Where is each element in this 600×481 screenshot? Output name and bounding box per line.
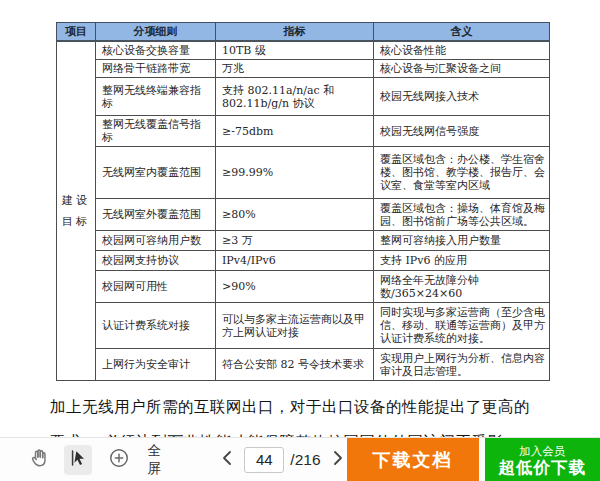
document-page: 项目 分项细则 指标 含义 建设目标 核心设备交换容量 10TB 级 核心设备性…: [0, 0, 600, 437]
body-paragraph: 加上无线用户所需的互联网出口，对于出口设备的性能提出了更高的 要求， 必须达到万…: [50, 397, 532, 437]
zoom-in-icon: [108, 447, 130, 472]
table-cell: 核心设备性能: [374, 41, 550, 60]
table-cell: 10TB 级: [216, 41, 374, 60]
table-cell: 支持 IPv6 的应用: [374, 251, 550, 271]
table-row: 整网无线覆盖信号指标 ≥-75dbm 校园无线网信号强度: [57, 116, 550, 147]
table-cell: 可以与多家主流运营商以及甲方上网认证对接: [216, 303, 374, 349]
select-cursor-icon: [68, 447, 88, 472]
table-cell: 覆盖区域包含：办公楼、学生宿舍楼、图书馆、教学楼、报告厅、会议室、食堂等室内区域: [374, 147, 550, 199]
table-cell: 无线网室外覆盖范围: [96, 199, 216, 231]
table-cell: 核心设备与汇聚设备之间: [374, 60, 550, 78]
table-cell: 整网无线终端兼容指标: [96, 78, 216, 116]
table-cell: ≥99.99%: [216, 147, 374, 199]
table-row: 建设目标 核心设备交换容量 10TB 级 核心设备性能: [57, 41, 550, 60]
document-viewer: 项目 分项细则 指标 含义 建设目标 核心设备交换容量 10TB 级 核心设备性…: [0, 0, 600, 481]
table-cell: 实现用户上网行为分析、信息内容审计及日志管理。: [374, 349, 550, 381]
table-row: 校园网可用性 >90% 网络全年无故障分钟数/365×24×60: [57, 271, 550, 303]
table-row: 上网行为安全审计 符合公安部 82 号令技术要求 实现用户上网行为分析、信息内容…: [57, 349, 550, 381]
table-cell: ≥3 万: [216, 231, 374, 251]
table-cell: 校园无线网信号强度: [374, 116, 550, 147]
table-header-row: 项目 分项细则 指标 含义: [57, 23, 550, 42]
table-cell: 校园网支持协议: [96, 251, 216, 271]
table-cell: 符合公安部 82 号令技术要求: [216, 349, 374, 381]
table-cell: 整网无线覆盖信号指标: [96, 116, 216, 147]
viewer-toolbar: 全屏 /216 下载文档 加入会员 超低价下载: [0, 437, 600, 481]
table-cell: 网络全年无故障分钟数/365×24×60: [374, 271, 550, 303]
table-cell: 覆盖区域包含：操场、体育馆及梅园、图书馆前广场等公共区域。: [374, 199, 550, 231]
select-tool-button[interactable]: [64, 445, 92, 475]
spec-table: 项目 分项细则 指标 含义 建设目标 核心设备交换容量 10TB 级 核心设备性…: [56, 22, 550, 381]
hand-icon: [28, 446, 50, 473]
page-navigation: /216: [218, 447, 346, 473]
table-row: 无线网室外覆盖范围 ≥80% 覆盖区域包含：操场、体育馆及梅园、图书馆前广场等公…: [57, 199, 550, 231]
header-meaning: 含义: [374, 23, 550, 42]
table-cell: 校园无线网接入技术: [374, 78, 550, 116]
hand-tool-button[interactable]: [26, 445, 52, 475]
chevron-right-icon: [332, 450, 344, 470]
table-cell: 支持 802.11a/n/ac 和 802.11b/g/n 协议: [216, 78, 374, 116]
prev-page-button[interactable]: [218, 448, 236, 472]
table-row: 整网无线终端兼容指标 支持 802.11a/n/ac 和 802.11b/g/n…: [57, 78, 550, 116]
table-cell: 核心设备交换容量: [96, 41, 216, 60]
table-group-cell: 建设目标: [57, 41, 96, 381]
table-cell: 上网行为安全审计: [96, 349, 216, 381]
header-subitem: 分项细则: [96, 23, 216, 42]
table-row: 无线网室内覆盖范围 ≥99.99% 覆盖区域包含：办公楼、学生宿舍楼、图书馆、教…: [57, 147, 550, 199]
table-group-label: 建设目标: [61, 190, 91, 232]
table-cell: 同时实现与多家运营商（至少含电信、移动、联通等运营商）及甲方认证计费系统的对接。: [374, 303, 550, 349]
table-cell: 认证计费系统对接: [96, 303, 216, 349]
page-input[interactable]: [244, 447, 284, 473]
vip-price-label: 超低价下载: [499, 458, 587, 476]
page-total: /216: [290, 451, 320, 469]
next-page-button[interactable]: [329, 448, 347, 472]
header-indicator: 指标: [216, 23, 374, 42]
table-cell: 无线网室内覆盖范围: [96, 147, 216, 199]
download-button[interactable]: 下载文档: [347, 438, 479, 481]
table-cell: IPv4/IPv6: [216, 251, 374, 271]
table-row: 网络骨干链路带宽 万兆 核心设备与汇聚设备之间: [57, 60, 550, 78]
table-row: 校园网支持协议 IPv4/IPv6 支持 IPv6 的应用: [57, 251, 550, 271]
table-row: 校园网可容纳用户数 ≥3 万 整网可容纳接入用户数量: [57, 231, 550, 251]
vip-download-button[interactable]: 加入会员 超低价下载: [485, 438, 600, 481]
zoom-in-button[interactable]: [106, 445, 132, 475]
paragraph-line: 加上无线用户所需的互联网出口，对于出口设备的性能提出了更高的: [50, 397, 532, 417]
table-cell: ≥-75dbm: [216, 116, 374, 147]
table-cell: 整网可容纳接入用户数量: [374, 231, 550, 251]
fullscreen-button[interactable]: 全屏: [148, 442, 175, 478]
table-cell: 网络骨干链路带宽: [96, 60, 216, 78]
table-cell: ≥80%: [216, 199, 374, 231]
chevron-left-icon: [221, 450, 233, 470]
table-cell: 万兆: [216, 60, 374, 78]
header-project: 项目: [57, 23, 96, 42]
table-row: 认证计费系统对接 可以与多家主流运营商以及甲方上网认证对接 同时实现与多家运营商…: [57, 303, 550, 349]
table-cell: 校园网可容纳用户数: [96, 231, 216, 251]
table-cell: >90%: [216, 271, 374, 303]
table-cell: 校园网可用性: [96, 271, 216, 303]
vip-join-label: 加入会员: [519, 444, 565, 458]
